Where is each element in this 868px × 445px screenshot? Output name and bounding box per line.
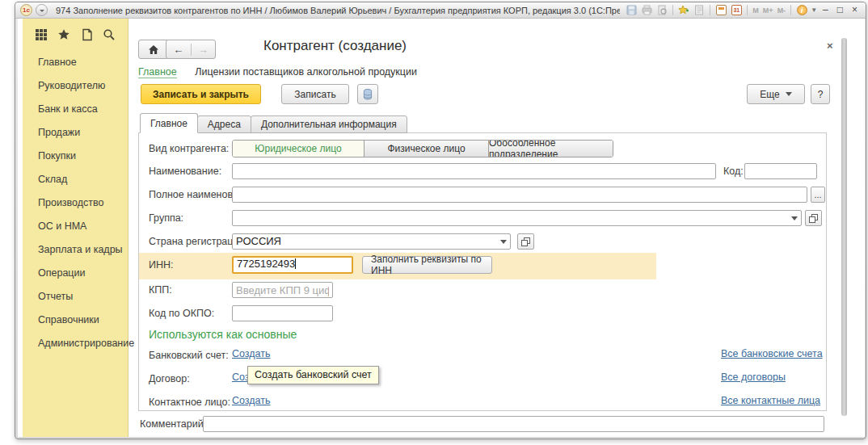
inn-label: ИНН:	[149, 259, 174, 271]
history-nav-group: ← →	[166, 40, 216, 59]
memory-m-button[interactable]: M	[752, 6, 760, 15]
save-icon[interactable]	[625, 4, 638, 16]
tab-dop-informatsiya[interactable]: Дополнительная информация	[251, 115, 407, 133]
save-button[interactable]: Записать	[281, 84, 349, 104]
all-contacts-link[interactable]: Все контактные лица	[721, 395, 820, 406]
breadcrumb: Главное Лицензии поставщиков алкогольной…	[138, 64, 417, 78]
print-icon[interactable]	[640, 4, 653, 16]
menu-grid-icon[interactable]	[35, 28, 48, 41]
tab-adresa[interactable]: Адреса	[197, 115, 251, 133]
kind-label: Вид контрагента:	[149, 143, 229, 154]
country-combo[interactable]: РОССИЯ	[232, 233, 511, 250]
group-combo[interactable]	[232, 210, 802, 226]
sidebar-item-administrirovanie[interactable]: Администрирование	[23, 332, 128, 355]
more-button-label: Еще	[760, 89, 779, 100]
close-button[interactable]: ×	[849, 4, 861, 16]
titlebar-separator	[747, 5, 748, 15]
sidebar-item-sklad[interactable]: Склад	[23, 168, 128, 191]
read-from-db-button[interactable]	[357, 84, 378, 104]
memory-m-minus-button[interactable]: M-	[777, 6, 787, 15]
sidebar-item-glavnoe[interactable]: Главное	[23, 51, 128, 74]
fill-by-inn-button[interactable]: Заполнить реквизиты по ИНН	[362, 256, 492, 274]
info-dropdown-icon[interactable]: ▼	[811, 6, 817, 14]
titlebar-separator	[790, 5, 791, 15]
group-dropdown-icon[interactable]	[788, 211, 801, 225]
okpo-input[interactable]	[232, 305, 333, 321]
sidebar-item-proizvodstvo[interactable]: Производство	[23, 191, 128, 215]
sidebar-item-otchety[interactable]: Отчеты	[23, 285, 128, 309]
all-bank-accounts-link[interactable]: Все банковские счета	[721, 348, 823, 359]
name-input[interactable]	[232, 163, 716, 179]
main-tab-panel: Вид контрагента: Юридическое лицо Физиче…	[138, 132, 827, 411]
add-favorite-icon[interactable]	[677, 4, 690, 16]
titlebar-separator	[710, 5, 710, 15]
code-label: Код:	[723, 166, 744, 177]
sidebar-item-bank-i-kassa[interactable]: Банк и касса	[23, 98, 128, 121]
titlebar-toolbar: 31 M M+ M- i ▼ – □ ×	[625, 4, 861, 16]
open-list-icon	[809, 214, 818, 223]
vertical-scrollbar[interactable]	[841, 38, 847, 416]
more-button[interactable]: Еще	[747, 84, 805, 104]
sidebar-toolbar	[23, 28, 128, 41]
code-input[interactable]	[744, 163, 817, 179]
titlebar-separator	[672, 5, 673, 15]
sidebar-item-rukovoditelyu[interactable]: Руководителю	[23, 74, 128, 98]
favorites-star-icon[interactable]	[57, 28, 70, 41]
sidebar-item-prodazhi[interactable]: Продажи	[23, 121, 128, 145]
chevron-down-icon	[786, 92, 792, 99]
contact-person-label: Контактное лицо:	[149, 397, 230, 408]
window-title: 974 Заполнение реквизитов контрагентов п…	[56, 6, 620, 15]
page-title: Контрагент (создание)	[263, 38, 407, 54]
history-page-icon[interactable]	[693, 4, 706, 16]
tab-glavnoe[interactable]: Главное	[140, 113, 198, 133]
sidebar-item-zarplata-i-kadry[interactable]: Зарплата и кадры	[23, 238, 128, 262]
forward-button[interactable]: →	[192, 44, 216, 56]
create-bank-account-link[interactable]: Создать	[232, 348, 271, 359]
group-open-button[interactable]	[805, 210, 822, 226]
main-usage-section-header: Используются как основные	[149, 328, 297, 341]
sidebar-menu: Главное Руководителю Банк и касса Продаж…	[23, 51, 128, 355]
sidebar-item-spravochniki[interactable]: Справочники	[23, 309, 128, 332]
app-window: 1с 974 Заполнение реквизитов контрагенто…	[15, 2, 866, 439]
all-contracts-link[interactable]: Все договоры	[721, 372, 786, 383]
back-button[interactable]: ←	[166, 44, 192, 56]
kind-option-separate-division[interactable]: Обособленное подразделение	[489, 141, 613, 157]
home-button[interactable]	[138, 40, 169, 59]
home-icon	[148, 44, 159, 55]
window-menu-button[interactable]	[36, 4, 48, 16]
full-name-input[interactable]	[232, 187, 807, 203]
full-name-more-button[interactable]: ...	[811, 187, 825, 203]
calendar-icon[interactable]: 31	[730, 4, 743, 16]
contract-label: Договор:	[149, 373, 190, 384]
inn-value: 7725192493	[237, 258, 295, 270]
title-bar: 1с 974 Заполнение реквизитов контрагенто…	[15, 2, 866, 19]
breadcrumb-main-link[interactable]: Главное	[138, 66, 177, 78]
okpo-label: Код по ОКПО:	[149, 308, 214, 319]
kpp-input[interactable]	[232, 282, 333, 298]
calculator-icon[interactable]	[714, 4, 727, 16]
country-dropdown-icon[interactable]	[497, 234, 510, 249]
inn-input[interactable]: 7725192493	[232, 256, 353, 274]
info-icon[interactable]: i	[795, 4, 808, 16]
search-icon[interactable]	[103, 28, 116, 41]
database-icon	[363, 89, 373, 100]
kind-option-legal-entity[interactable]: Юридическое лицо	[233, 141, 364, 157]
create-contact-link[interactable]: Создать	[232, 395, 271, 406]
memory-m-plus-button[interactable]: M+	[762, 6, 774, 15]
name-label: Наименование:	[149, 166, 221, 177]
minimize-button[interactable]: –	[820, 4, 832, 16]
sidebar-item-operatsii[interactable]: Операции	[23, 262, 128, 285]
print-preview-icon[interactable]	[655, 4, 668, 16]
comment-input[interactable]	[203, 416, 824, 432]
country-open-button[interactable]	[517, 233, 534, 250]
history-icon[interactable]	[81, 28, 93, 41]
help-button[interactable]: ?	[811, 84, 830, 104]
breadcrumb-licenses-link[interactable]: Лицензии поставщиков алкогольной продукц…	[195, 66, 417, 78]
1c-logo-icon: 1с	[20, 4, 32, 16]
sidebar-item-os-i-nma[interactable]: ОС и НМА	[23, 215, 128, 238]
kind-option-individual[interactable]: Физическое лицо	[364, 141, 489, 157]
sidebar-item-pokupki[interactable]: Покупки	[23, 145, 128, 168]
save-and-close-button[interactable]: Записать и закрыть	[141, 84, 261, 104]
maximize-button[interactable]: □	[834, 4, 846, 16]
form-close-icon[interactable]: ×	[827, 40, 833, 52]
